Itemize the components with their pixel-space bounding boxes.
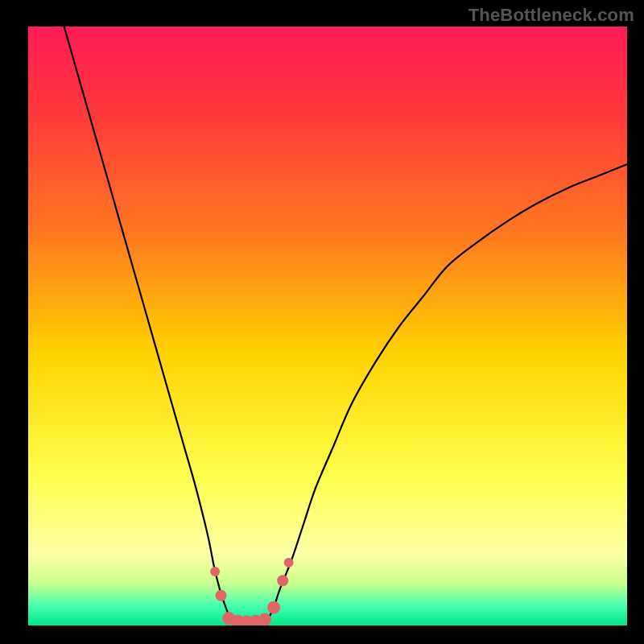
marker-dot	[277, 575, 288, 586]
marker-dot	[210, 567, 220, 576]
marker-dot	[267, 601, 280, 614]
chart-stage: TheBottleneck.com	[0, 0, 644, 644]
marker-dot	[216, 590, 227, 601]
gradient-background	[28, 27, 627, 625]
marker-dot	[284, 558, 294, 568]
bottleneck-chart	[0, 0, 644, 644]
marker-dot	[258, 613, 271, 626]
